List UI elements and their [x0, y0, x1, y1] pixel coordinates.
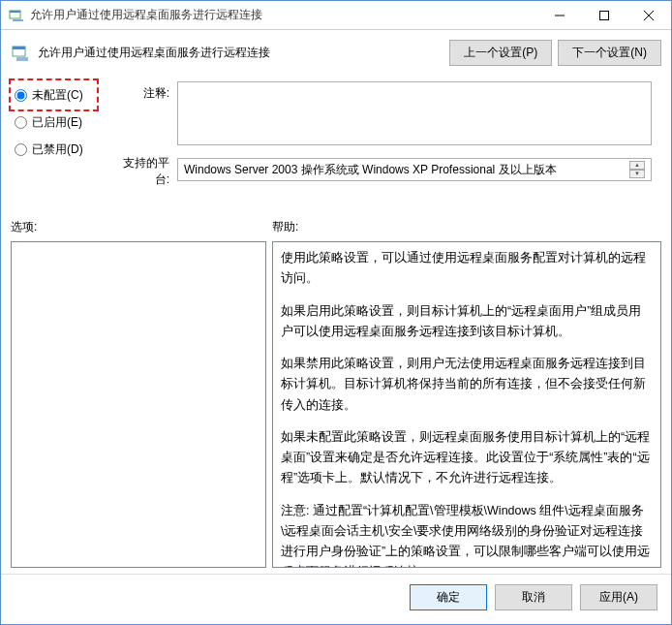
- window-title: 允许用户通过使用远程桌面服务进行远程连接: [30, 7, 537, 23]
- radio-group: 未配置(C) 已启用(E) 已禁用(D): [15, 81, 96, 188]
- help-p2: 如果启用此策略设置，则目标计算机上的“远程桌面用户”组成员用户可以使用远程桌面服…: [281, 301, 653, 343]
- platform-spinner: ▲ ▼: [629, 161, 645, 178]
- maximize-button[interactable]: [582, 1, 626, 29]
- radio-not-configured-row: 未配置(C): [12, 81, 96, 109]
- svg-rect-1: [10, 11, 20, 13]
- panels: 使用此策略设置，可以通过使用远程桌面服务配置对计算机的远程访问。 如果启用此策略…: [1, 239, 671, 574]
- nav-buttons: 上一个设置(P) 下一个设置(N): [449, 40, 661, 66]
- help-p4: 如果未配置此策略设置，则远程桌面服务使用目标计算机上的“远程桌面”设置来确定是否…: [281, 427, 653, 489]
- svg-rect-8: [13, 47, 25, 49]
- help-p3: 如果禁用此策略设置，则用户无法使用远程桌面服务远程连接到目标计算机。目标计算机将…: [281, 354, 653, 416]
- policy-icon: [11, 44, 30, 63]
- policy-title: 允许用户通过使用远程桌面服务进行远程连接: [38, 45, 449, 61]
- window-controls: [537, 1, 671, 29]
- platform-row: 支持的平台: Windows Server 2003 操作系统或 Windows…: [111, 151, 661, 188]
- comment-row: 注释:: [111, 81, 661, 145]
- radio-enabled-row: 已启用(E): [15, 109, 96, 136]
- radio-disabled-label[interactable]: 已禁用(D): [32, 141, 83, 158]
- ok-button[interactable]: 确定: [410, 584, 487, 610]
- config-section: 未配置(C) 已启用(E) 已禁用(D) 注释: 支持的平台: Windows …: [1, 76, 671, 188]
- spinner-up-icon[interactable]: ▲: [629, 161, 645, 170]
- cancel-button[interactable]: 取消: [495, 584, 572, 610]
- radio-enabled[interactable]: [15, 116, 27, 129]
- close-button[interactable]: [626, 1, 671, 29]
- next-setting-button[interactable]: 下一个设置(N): [558, 40, 661, 66]
- svg-rect-2: [13, 19, 23, 21]
- section-labels: 选项: 帮助:: [1, 188, 671, 239]
- spinner-down-icon[interactable]: ▼: [629, 170, 645, 178]
- radio-disabled-row: 已禁用(D): [15, 136, 96, 163]
- header: 允许用户通过使用远程桌面服务进行远程连接 上一个设置(P) 下一个设置(N): [1, 30, 671, 76]
- help-panel[interactable]: 使用此策略设置，可以通过使用远程桌面服务配置对计算机的远程访问。 如果启用此策略…: [272, 241, 661, 568]
- footer-buttons: 确定 取消 应用(A): [1, 574, 671, 624]
- platform-text: Windows Server 2003 操作系统或 Windows XP Pro…: [184, 162, 557, 178]
- options-panel: [11, 241, 266, 568]
- radio-disabled[interactable]: [15, 143, 27, 156]
- radio-not-configured[interactable]: [15, 89, 27, 102]
- help-p1: 使用此策略设置，可以通过使用远程桌面服务配置对计算机的远程访问。: [281, 248, 653, 290]
- comment-label: 注释:: [111, 81, 169, 102]
- comment-textbox[interactable]: [177, 81, 652, 145]
- options-heading: 选项:: [11, 219, 272, 235]
- prev-setting-button[interactable]: 上一个设置(P): [449, 40, 552, 66]
- radio-not-configured-label[interactable]: 未配置(C): [32, 87, 83, 104]
- svg-rect-4: [600, 11, 609, 19]
- platform-value-box: Windows Server 2003 操作系统或 Windows XP Pro…: [177, 158, 652, 181]
- help-heading: 帮助:: [272, 219, 298, 235]
- svg-rect-9: [16, 57, 28, 61]
- titlebar: 允许用户通过使用远程桌面服务进行远程连接: [1, 1, 671, 30]
- platform-label: 支持的平台:: [111, 151, 169, 188]
- window-icon: [9, 8, 24, 23]
- help-p5: 注意: 通过配置“计算机配置\管理模板\Windows 组件\远程桌面服务\远程…: [281, 501, 653, 569]
- fields: 注释: 支持的平台: Windows Server 2003 操作系统或 Win…: [111, 81, 661, 188]
- apply-button[interactable]: 应用(A): [580, 584, 657, 610]
- minimize-button[interactable]: [537, 1, 582, 29]
- radio-enabled-label[interactable]: 已启用(E): [32, 114, 82, 131]
- policy-editor-window: 允许用户通过使用远程桌面服务进行远程连接 允许用户通过使用远程桌面服务进行远程连…: [0, 0, 672, 625]
